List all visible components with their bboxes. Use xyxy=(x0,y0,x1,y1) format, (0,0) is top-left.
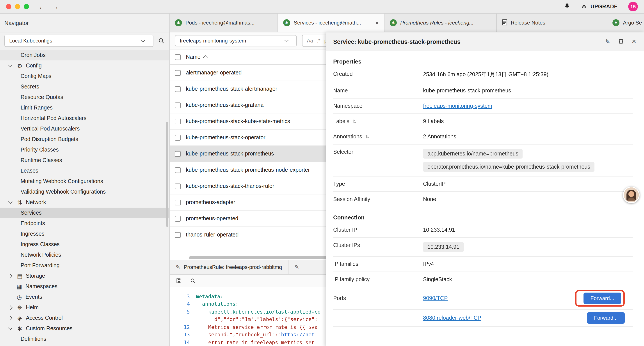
select-all-checkbox[interactable] xyxy=(175,54,180,60)
namespace-filter-select[interactable]: freeleaps-monitoring-system xyxy=(175,35,297,46)
expand-toggle-icon[interactable]: ⇅ xyxy=(352,118,356,124)
sidebar-item-resource-quotas[interactable]: Resource Quotas xyxy=(0,92,169,102)
row-checkbox[interactable] xyxy=(175,183,180,189)
tab-prometheus-rules-icecheng[interactable]: ✱Prometheus Rules - icecheng... xyxy=(384,13,497,32)
sidebar-item-port-forwarding[interactable]: Port Forwarding xyxy=(0,260,169,271)
edit-resource-button[interactable]: ✎ xyxy=(605,38,610,45)
row-checkbox[interactable] xyxy=(175,216,180,221)
port-link[interactable]: 9090/TCP xyxy=(423,295,448,301)
sidebar-item-ingress-classes[interactable]: Ingress Classes xyxy=(0,239,169,250)
sidebar-item-definitions[interactable]: Definitions xyxy=(0,334,169,344)
network-icon: ⇅ xyxy=(16,199,24,206)
sidebar-item-ingresses[interactable]: Ingresses xyxy=(0,229,169,239)
sidebar-item-network[interactable]: ⇅Network xyxy=(0,197,169,208)
sidebar-item-limit-ranges[interactable]: Limit Ranges xyxy=(0,102,169,113)
row-checkbox[interactable] xyxy=(175,102,180,108)
sidebar-item-leases[interactable]: Leases xyxy=(0,166,169,176)
search-icon[interactable] xyxy=(190,278,196,284)
sidebar-item-helm[interactable]: ⎈Helm xyxy=(0,302,169,313)
sidebar-item-endpoints[interactable]: Endpoints xyxy=(0,218,169,229)
delete-resource-button[interactable] xyxy=(618,38,624,45)
sidebar-item-label: Validating Webhook Configurations xyxy=(20,189,106,195)
sidebar-item-mutating-webhook-configurations[interactable]: Mutating Webhook Configurations xyxy=(0,176,169,187)
port-button-area: Forward... xyxy=(575,290,625,307)
service-details-drawer: Service: kube-prometheus-stack-prometheu… xyxy=(326,32,644,346)
namespace-link[interactable]: freeleaps-monitoring-system xyxy=(423,103,492,109)
row-checkbox[interactable] xyxy=(175,167,180,173)
sidebar-item-vertical-pod-autoscalers[interactable]: Vertical Pod Autoscalers xyxy=(0,123,169,134)
sidebar-item-network-policies[interactable]: Network Policies xyxy=(0,250,169,260)
sidebar-item-custom-resources[interactable]: ✱Custom Resources xyxy=(0,323,169,334)
code-token: metadata: xyxy=(196,294,223,300)
mac-zoom-button[interactable] xyxy=(24,4,29,9)
tab-services-icecheng-math[interactable]: ✱Services - icecheng@math...× xyxy=(278,13,384,32)
code-text: kubectl.kubernetes.io/last-applied-co xyxy=(196,309,320,315)
tab-label: Prometheus Rules - icecheng... xyxy=(400,20,491,26)
forward-button[interactable]: Forward... xyxy=(587,312,625,324)
expand-toggle-icon[interactable]: ⇅ xyxy=(365,134,369,139)
service-name: kube-prometheus-stack-operator xyxy=(186,134,266,141)
row-checkbox[interactable] xyxy=(175,151,180,157)
user-avatar[interactable] xyxy=(623,187,640,203)
mac-minimize-button[interactable] xyxy=(15,4,20,9)
row-checkbox[interactable] xyxy=(175,135,180,140)
sidebar-item-config[interactable]: ⚙Config xyxy=(0,60,169,71)
detail-value: 10.233.14.91 xyxy=(423,242,632,252)
forward-button[interactable]: → xyxy=(52,3,59,10)
close-drawer-button[interactable]: × xyxy=(632,37,636,46)
close-tab-icon[interactable]: × xyxy=(375,19,379,26)
port-link[interactable]: 8080:reloader-web/TCP xyxy=(423,315,481,321)
sidebar-item-validating-webhook-configurations[interactable]: Validating Webhook Configurations xyxy=(0,187,169,197)
sidebar-item-namespaces[interactable]: ▦Namespaces xyxy=(0,281,169,292)
match-case-toggle[interactable]: Aa xyxy=(307,38,313,43)
chevron-right-icon[interactable] xyxy=(8,305,12,310)
notification-count-badge[interactable]: 15 xyxy=(628,2,638,11)
sidebar-item-access-control[interactable]: ◈Access Control xyxy=(0,313,169,323)
save-icon[interactable] xyxy=(176,278,182,284)
dock-tab-prometheusrule[interactable]: ✎ PrometheusRule: freeleaps-prod-rabbitm… xyxy=(170,260,288,274)
notifications-bell-button[interactable] xyxy=(564,2,570,11)
chevron-right-icon[interactable] xyxy=(8,316,12,320)
name-column-header[interactable]: Name xyxy=(186,54,207,60)
sidebar-item-cron-jobs[interactable]: Cron Jobs xyxy=(0,50,169,60)
upgrade-button[interactable]: UPGRADE xyxy=(581,3,618,10)
sidebar-item-priority-classes[interactable]: Priority Classes xyxy=(0,145,169,155)
sidebar-item-secrets[interactable]: Secrets xyxy=(0,81,169,92)
sidebar-item-runtime-classes[interactable]: Runtime Classes xyxy=(0,155,169,166)
chevron-down-icon[interactable] xyxy=(8,63,12,67)
tab-argo-se[interactable]: ✱Argo Se xyxy=(607,13,644,32)
sidebar-scrollbar[interactable] xyxy=(166,122,168,227)
sidebar-item-events[interactable]: ◷Events xyxy=(0,292,169,302)
chevron-down-icon xyxy=(284,38,289,42)
service-name: kube-prometheus-stack-prometheus xyxy=(186,151,274,157)
forward-button[interactable]: Forward... xyxy=(584,293,621,304)
row-checkbox[interactable] xyxy=(175,70,180,75)
chevron-right-icon[interactable] xyxy=(8,274,12,278)
service-name: kube-prometheus-stack-kube-state-metrics xyxy=(186,118,290,124)
code-text: annotations: xyxy=(196,301,238,307)
row-checkbox[interactable] xyxy=(175,86,180,92)
sidebar-item-config-maps[interactable]: Config Maps xyxy=(0,71,169,81)
sidebar-item-horizontal-pod-autoscalers[interactable]: Horizontal Pod Autoscalers xyxy=(0,113,169,123)
sidebar-item-storage[interactable]: ▤Storage xyxy=(0,271,169,281)
service-name: alertmanager-operated xyxy=(186,70,242,76)
sidebar-item-pod-disruption-budgets[interactable]: Pod Disruption Budgets xyxy=(0,134,169,145)
mac-close-button[interactable] xyxy=(6,4,12,9)
detail-label: Type xyxy=(333,181,423,187)
dock-tab-next[interactable]: ✎ xyxy=(288,260,332,274)
row-checkbox[interactable] xyxy=(175,118,180,124)
tab-pods-icecheng-mathmas[interactable]: ✱Pods - icecheng@mathmas... xyxy=(170,13,278,32)
regex-toggle[interactable]: .* xyxy=(317,38,320,43)
back-button[interactable]: ← xyxy=(38,3,45,10)
row-checkbox[interactable] xyxy=(175,200,180,205)
detail-value: kube-prometheus-stack-prometheus xyxy=(423,88,632,94)
sidebar-item-services[interactable]: Services xyxy=(0,208,169,218)
chevron-down-icon[interactable] xyxy=(8,326,12,330)
search-icon[interactable] xyxy=(158,37,165,44)
kubeconfig-selector[interactable]: Local Kubeconfigs xyxy=(4,34,154,47)
chevron-down-icon[interactable] xyxy=(8,200,12,204)
sidebar-item-label: Helm xyxy=(26,304,38,311)
tab-release-notes[interactable]: Release Notes xyxy=(497,13,607,32)
detail-value-text: 253d 16h 6m ago (2025年1月13日 GMT+8 1:25:3… xyxy=(423,71,548,77)
row-checkbox[interactable] xyxy=(175,232,180,238)
